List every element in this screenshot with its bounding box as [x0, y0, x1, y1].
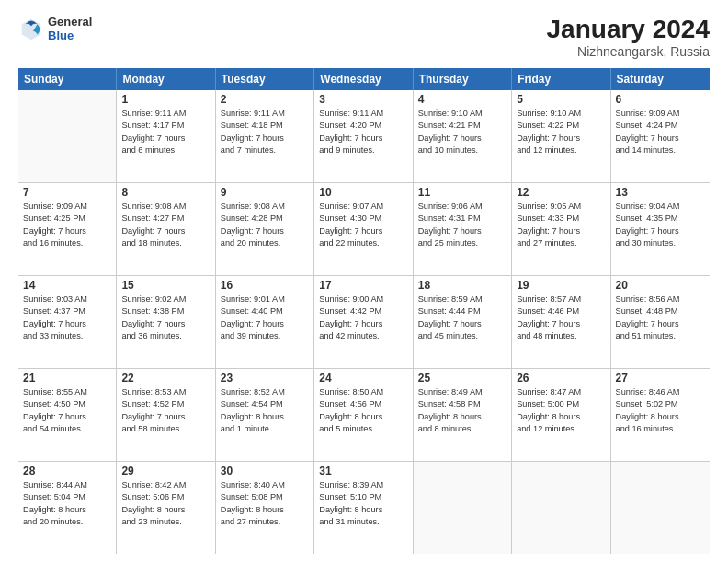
month-year: January 2024: [547, 15, 710, 44]
logo-icon: [18, 16, 44, 41]
day-cell-27: 27Sunrise: 8:46 AMSunset: 5:02 PMDayligh…: [611, 369, 710, 461]
day-cell-6: 6Sunrise: 9:09 AMSunset: 4:24 PMDaylight…: [611, 90, 710, 182]
day-number: 28: [23, 465, 111, 477]
day-number: 29: [121, 465, 210, 477]
cell-info: Sunrise: 8:52 AMSunset: 4:54 PMDaylight:…: [221, 386, 309, 435]
col-header-tuesday: Tuesday: [216, 68, 314, 90]
cell-info: Sunrise: 9:07 AMSunset: 4:30 PMDaylight:…: [319, 201, 407, 249]
day-cell-11: 11Sunrise: 9:06 AMSunset: 4:31 PMDayligh…: [414, 183, 512, 275]
day-number: 2: [221, 93, 309, 106]
day-number: 14: [23, 279, 111, 292]
day-cell-28: 28Sunrise: 8:44 AMSunset: 5:04 PMDayligh…: [18, 462, 117, 554]
cell-info: Sunrise: 9:00 AMSunset: 4:42 PMDaylight:…: [319, 293, 407, 342]
day-cell-29: 29Sunrise: 8:42 AMSunset: 5:06 PMDayligh…: [117, 462, 215, 554]
cell-info: Sunrise: 8:44 AMSunset: 5:04 PMDaylight:…: [23, 479, 111, 528]
cell-info: Sunrise: 9:09 AMSunset: 4:25 PMDaylight:…: [23, 201, 111, 249]
day-cell-10: 10Sunrise: 9:07 AMSunset: 4:30 PMDayligh…: [314, 183, 413, 275]
col-header-wednesday: Wednesday: [314, 68, 413, 90]
day-cell-2: 2Sunrise: 9:11 AMSunset: 4:18 PMDaylight…: [216, 90, 314, 182]
cell-info: Sunrise: 8:57 AMSunset: 4:46 PMDaylight:…: [517, 293, 605, 342]
cell-info: Sunrise: 8:39 AMSunset: 5:10 PMDaylight:…: [319, 479, 407, 528]
day-cell-23: 23Sunrise: 8:52 AMSunset: 4:54 PMDayligh…: [216, 369, 314, 461]
day-cell-1: 1Sunrise: 9:11 AMSunset: 4:17 PMDaylight…: [117, 90, 215, 182]
col-header-sunday: Sunday: [18, 68, 117, 90]
week-row-3: 14Sunrise: 9:03 AMSunset: 4:37 PMDayligh…: [18, 276, 710, 369]
cell-info: Sunrise: 9:05 AMSunset: 4:33 PMDaylight:…: [517, 201, 605, 249]
day-cell-17: 17Sunrise: 9:00 AMSunset: 4:42 PMDayligh…: [314, 276, 413, 368]
day-number: 25: [418, 372, 506, 385]
day-cell-26: 26Sunrise: 8:47 AMSunset: 5:00 PMDayligh…: [512, 369, 610, 461]
cell-info: Sunrise: 9:11 AMSunset: 4:20 PMDaylight:…: [319, 108, 407, 156]
header: General Blue January 2024 Nizhneangarsk,…: [18, 15, 710, 59]
cell-info: Sunrise: 8:49 AMSunset: 4:58 PMDaylight:…: [418, 386, 506, 435]
cell-info: Sunrise: 9:10 AMSunset: 4:22 PMDaylight:…: [517, 108, 605, 156]
day-number: 13: [616, 186, 705, 199]
day-number: 20: [616, 279, 705, 292]
day-cell-20: 20Sunrise: 8:56 AMSunset: 4:48 PMDayligh…: [611, 276, 710, 368]
day-cell-7: 7Sunrise: 9:09 AMSunset: 4:25 PMDaylight…: [18, 183, 117, 275]
day-number: 5: [517, 93, 605, 106]
day-cell-21: 21Sunrise: 8:55 AMSunset: 4:50 PMDayligh…: [18, 369, 117, 461]
day-cell-30: 30Sunrise: 8:40 AMSunset: 5:08 PMDayligh…: [216, 462, 314, 554]
day-number: 18: [418, 279, 506, 292]
page: General Blue January 2024 Nizhneangarsk,…: [0, 0, 728, 563]
week-row-2: 7Sunrise: 9:09 AMSunset: 4:25 PMDaylight…: [18, 183, 710, 276]
cell-info: Sunrise: 8:56 AMSunset: 4:48 PMDaylight:…: [616, 293, 705, 342]
day-cell-5: 5Sunrise: 9:10 AMSunset: 4:22 PMDaylight…: [512, 90, 610, 182]
cell-info: Sunrise: 8:46 AMSunset: 5:02 PMDaylight:…: [616, 386, 705, 435]
cell-info: Sunrise: 9:01 AMSunset: 4:40 PMDaylight:…: [221, 293, 309, 342]
logo-blue-text: Blue: [48, 29, 92, 42]
day-number: 8: [121, 186, 210, 199]
cell-info: Sunrise: 9:03 AMSunset: 4:37 PMDaylight:…: [23, 293, 111, 342]
day-cell-18: 18Sunrise: 8:59 AMSunset: 4:44 PMDayligh…: [414, 276, 512, 368]
day-cell-empty-4-4: [414, 462, 512, 554]
day-number: 3: [319, 93, 407, 106]
cell-info: Sunrise: 9:10 AMSunset: 4:21 PMDaylight:…: [418, 108, 506, 156]
logo-text: General Blue: [48, 15, 92, 42]
day-cell-24: 24Sunrise: 8:50 AMSunset: 4:56 PMDayligh…: [314, 369, 413, 461]
day-number: 17: [319, 279, 407, 292]
day-number: 12: [517, 186, 605, 199]
day-cell-empty-4-5: [512, 462, 610, 554]
day-number: 16: [221, 279, 309, 292]
calendar: SundayMondayTuesdayWednesdayThursdayFrid…: [18, 68, 710, 554]
day-number: 9: [221, 186, 309, 199]
cell-info: Sunrise: 9:06 AMSunset: 4:31 PMDaylight:…: [418, 201, 506, 249]
day-number: 10: [319, 186, 407, 199]
location: Nizhneangarsk, Russia: [547, 44, 710, 59]
day-cell-13: 13Sunrise: 9:04 AMSunset: 4:35 PMDayligh…: [611, 183, 710, 275]
day-cell-31: 31Sunrise: 8:39 AMSunset: 5:10 PMDayligh…: [314, 462, 413, 554]
day-number: 19: [517, 279, 605, 292]
col-header-thursday: Thursday: [414, 68, 512, 90]
cell-info: Sunrise: 8:42 AMSunset: 5:06 PMDaylight:…: [121, 479, 210, 528]
col-header-monday: Monday: [117, 68, 215, 90]
day-number: 7: [23, 186, 111, 199]
day-number: 26: [517, 372, 605, 385]
week-row-5: 28Sunrise: 8:44 AMSunset: 5:04 PMDayligh…: [18, 462, 710, 554]
calendar-body: 1Sunrise: 9:11 AMSunset: 4:17 PMDaylight…: [18, 90, 710, 554]
day-number: 15: [121, 279, 210, 292]
day-cell-9: 9Sunrise: 9:08 AMSunset: 4:28 PMDaylight…: [216, 183, 314, 275]
day-cell-3: 3Sunrise: 9:11 AMSunset: 4:20 PMDaylight…: [314, 90, 413, 182]
cell-info: Sunrise: 9:02 AMSunset: 4:38 PMDaylight:…: [121, 293, 210, 342]
week-row-1: 1Sunrise: 9:11 AMSunset: 4:17 PMDaylight…: [18, 90, 710, 183]
day-number: 4: [418, 93, 506, 106]
day-cell-19: 19Sunrise: 8:57 AMSunset: 4:46 PMDayligh…: [512, 276, 610, 368]
cell-info: Sunrise: 8:47 AMSunset: 5:00 PMDaylight:…: [517, 386, 605, 435]
day-number: 31: [319, 465, 407, 477]
day-cell-12: 12Sunrise: 9:05 AMSunset: 4:33 PMDayligh…: [512, 183, 610, 275]
day-number: 6: [616, 93, 705, 106]
cell-info: Sunrise: 8:59 AMSunset: 4:44 PMDaylight:…: [418, 293, 506, 342]
day-cell-empty-4-6: [611, 462, 710, 554]
cell-info: Sunrise: 9:04 AMSunset: 4:35 PMDaylight:…: [616, 201, 705, 249]
cell-info: Sunrise: 9:11 AMSunset: 4:18 PMDaylight:…: [221, 108, 309, 156]
col-header-saturday: Saturday: [611, 68, 710, 90]
day-cell-empty-0-0: [18, 90, 117, 182]
cell-info: Sunrise: 9:08 AMSunset: 4:27 PMDaylight:…: [121, 201, 210, 249]
col-header-friday: Friday: [512, 68, 610, 90]
logo: General Blue: [18, 15, 92, 42]
day-cell-14: 14Sunrise: 9:03 AMSunset: 4:37 PMDayligh…: [18, 276, 117, 368]
cell-info: Sunrise: 8:53 AMSunset: 4:52 PMDaylight:…: [121, 386, 210, 435]
cell-info: Sunrise: 9:08 AMSunset: 4:28 PMDaylight:…: [221, 201, 309, 249]
day-cell-25: 25Sunrise: 8:49 AMSunset: 4:58 PMDayligh…: [414, 369, 512, 461]
